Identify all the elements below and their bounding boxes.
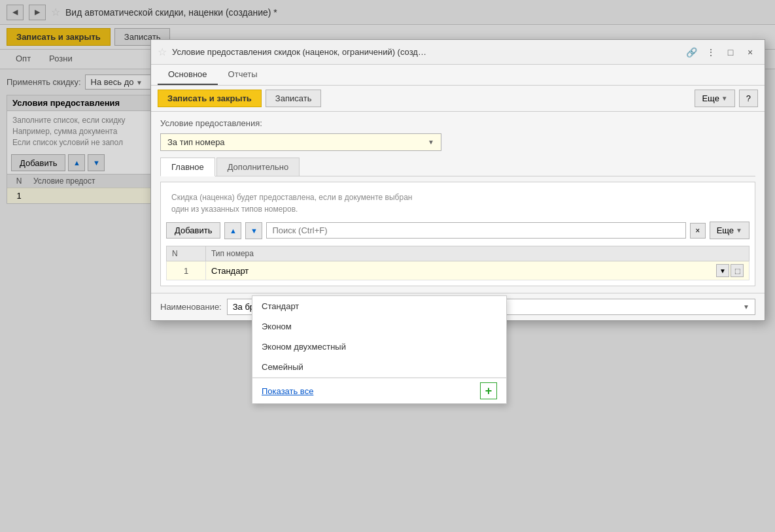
cell-open-btn[interactable]: ⬚ <box>731 264 744 277</box>
dropdown-footer: Показать все + <box>252 378 506 403</box>
table-col-type: Тип номера <box>206 246 749 261</box>
dropdown-item-3[interactable]: Семейный <box>252 357 506 377</box>
modal-body: Условие предоставления: За тип номера ▼ … <box>151 112 765 293</box>
table-cell-type: Стандарт ▼ ⬚ <box>206 261 749 280</box>
condition-dropdown-row: За тип номера ▼ <box>160 133 755 151</box>
table-cell-n: 1 <box>167 261 206 280</box>
condition-type-row: Условие предоставления: <box>160 118 755 128</box>
modal-question-button[interactable]: ? <box>739 90 758 107</box>
modal-close-icon[interactable]: × <box>742 44 758 60</box>
condition-chevron-icon: ▼ <box>428 139 434 146</box>
modal-save-close-button[interactable]: Записать и закрыть <box>158 90 262 107</box>
esche-chevron-icon: ▼ <box>721 95 728 102</box>
modal-link-icon[interactable]: 🔗 <box>683 44 699 60</box>
modal-maximize-icon[interactable]: □ <box>723 44 738 60</box>
inner-esche-chevron-icon: ▼ <box>736 227 742 234</box>
modal-titlebar-icons: 🔗 ⋮ □ × <box>683 44 758 60</box>
dropdown-item-2[interactable]: Эконом двухместный <box>252 337 506 357</box>
modal-inner-tab-main[interactable]: Главное <box>160 158 215 176</box>
table-row[interactable]: 1 Стандарт ▼ ⬚ <box>167 261 749 280</box>
modal-tab-main[interactable]: Основное <box>158 65 218 85</box>
modal-title: Условие предоставления скидок (наценок, … <box>172 47 678 57</box>
dropdown-popup: Стандарт Эконом Эконом двухместный Семей… <box>252 295 507 404</box>
footer-chevron-icon: ▼ <box>743 303 749 310</box>
modal-titlebar: ☆ Условие предоставления скидок (наценок… <box>151 40 765 65</box>
dropdown-item-1[interactable]: Эконом <box>252 316 506 337</box>
modal-save-button[interactable]: Записать <box>266 90 322 107</box>
modal-dialog: ☆ Условие предоставления скидок (наценок… <box>150 39 765 321</box>
search-input[interactable] <box>266 222 685 239</box>
inner-up-button[interactable]: ▲ <box>224 222 241 239</box>
inner-esche-button[interactable]: Еще ▼ <box>710 222 749 239</box>
table-col-n: N <box>167 246 206 261</box>
inner-hint: Скидка (наценка) будет предоставлена, ес… <box>166 188 749 219</box>
inner-down-button[interactable]: ▼ <box>245 222 262 239</box>
modal-favorite-icon[interactable]: ☆ <box>158 46 167 58</box>
modal-menu-icon[interactable]: ⋮ <box>703 44 719 60</box>
inner-table: N Тип номера 1 Стандарт <box>166 246 749 280</box>
modal-esche-button[interactable]: Еще ▼ <box>695 90 734 107</box>
modal-tab-reports[interactable]: Отчеты <box>218 65 268 85</box>
condition-label: Условие предоставления: <box>160 118 262 128</box>
dropdown-add-new-button[interactable]: + <box>480 382 497 399</box>
inner-toolbar: Добавить ▲ ▼ × Еще ▼ <box>166 219 749 242</box>
modal-toolbar: Записать и закрыть Записать Еще ▼ ? <box>151 86 765 112</box>
inner-add-button[interactable]: Добавить <box>166 222 220 239</box>
cell-dropdown-btn[interactable]: ▼ <box>716 264 729 277</box>
inner-content-area: Скидка (наценка) будет предоставлена, ес… <box>160 182 755 286</box>
show-all-link[interactable]: Показать все <box>262 386 313 396</box>
search-clear-button[interactable]: × <box>690 223 706 239</box>
modal-toolbar-right: Еще ▼ ? <box>695 90 758 107</box>
modal-inner-tabs: Главное Дополнительно <box>160 158 755 176</box>
modal-inner-tab-dop[interactable]: Дополнительно <box>216 158 300 176</box>
footer-label: Наименование: <box>160 302 222 312</box>
condition-type-dropdown[interactable]: За тип номера ▼ <box>160 133 441 151</box>
modal-tabs: Основное Отчеты <box>151 65 765 86</box>
dropdown-item-0[interactable]: Стандарт <box>252 296 506 316</box>
